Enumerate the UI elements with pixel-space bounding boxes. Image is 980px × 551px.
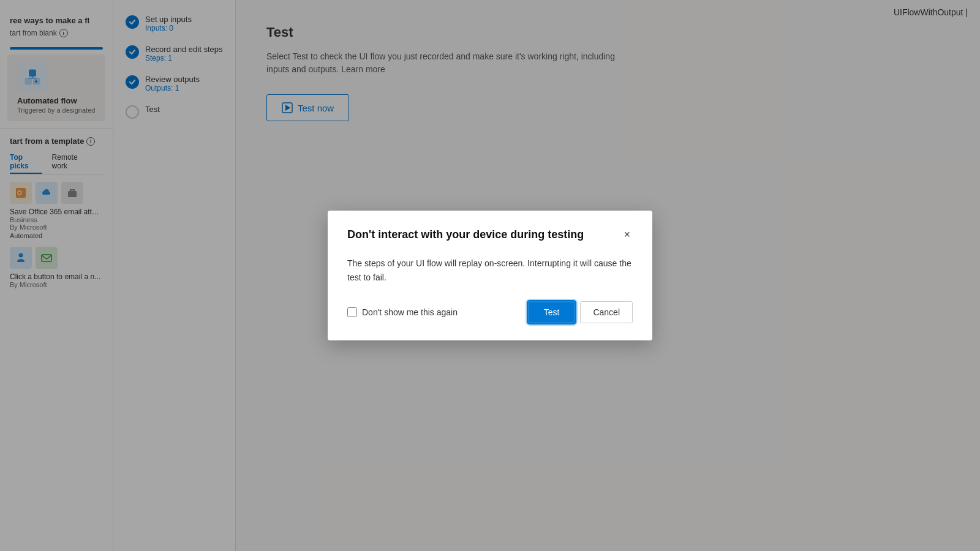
modal-title: Don't interact with your device during t… bbox=[347, 228, 584, 242]
dont-show-checkbox[interactable] bbox=[347, 307, 357, 317]
dont-show-row: Don't show me this again bbox=[347, 307, 458, 317]
modal-footer: Don't show me this again Test Cancel bbox=[347, 301, 633, 323]
dont-show-label: Don't show me this again bbox=[362, 307, 458, 317]
modal-test-button[interactable]: Test bbox=[528, 301, 576, 323]
modal-dialog: Don't interact with your device during t… bbox=[328, 211, 652, 340]
modal-cancel-button[interactable]: Cancel bbox=[580, 301, 633, 323]
modal-close-button[interactable]: × bbox=[621, 228, 633, 241]
modal-backdrop: Don't interact with your device during t… bbox=[0, 0, 980, 551]
modal-header: Don't interact with your device during t… bbox=[347, 228, 633, 242]
modal-actions: Test Cancel bbox=[528, 301, 633, 323]
modal-body: The steps of your UI flow will replay on… bbox=[347, 257, 633, 284]
